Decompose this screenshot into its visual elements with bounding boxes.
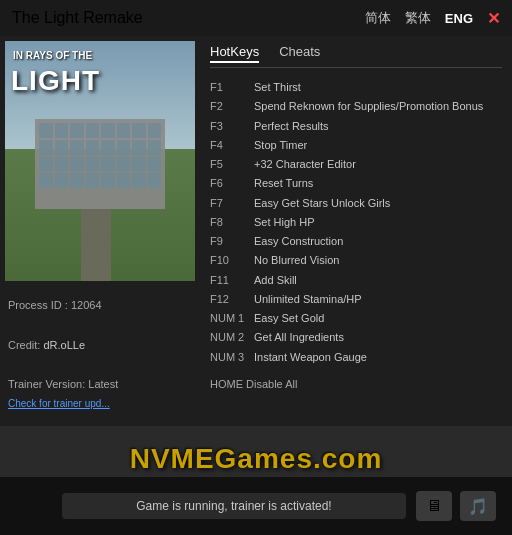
hotkey-key: F7	[210, 194, 250, 213]
game-image: IN RAYS OF THE LIGHT	[5, 41, 195, 281]
title-bar: The Light Remake 简体 繁体 ENG ✕	[0, 0, 512, 36]
lang-simplified[interactable]: 简体	[365, 9, 391, 27]
hotkey-desc: Unlimited Stamina/HP	[254, 290, 362, 309]
hotkey-desc: Stop Timer	[254, 136, 307, 155]
hotkey-key: F3	[210, 117, 250, 136]
watermark-text: NVMEGames.com	[130, 443, 383, 474]
lang-english[interactable]: ENG	[445, 11, 473, 26]
hotkey-row: F12Unlimited Stamina/HP	[210, 290, 502, 309]
credit-label: Credit:	[8, 339, 40, 351]
tab-hotkeys[interactable]: HotKeys	[210, 44, 259, 63]
left-panel: IN RAYS OF THE LIGHT Process ID : 12064 …	[0, 36, 200, 426]
watermark: NVMEGames.com	[130, 443, 383, 475]
hotkey-row: F4Stop Timer	[210, 136, 502, 155]
hotkey-key: F5	[210, 155, 250, 174]
main-content: IN RAYS OF THE LIGHT Process ID : 12064 …	[0, 36, 512, 426]
monitor-icon: 🖥	[426, 497, 442, 515]
hotkey-desc: Add Skill	[254, 271, 297, 290]
hotkey-row: F5+32 Character Editor	[210, 155, 502, 174]
lang-traditional[interactable]: 繁体	[405, 9, 431, 27]
hotkeys-list: F1Set ThirstF2Spend Reknown for Supplies…	[210, 78, 502, 394]
hotkey-row: F10No Blurred Vision	[210, 251, 502, 270]
close-button[interactable]: ✕	[487, 9, 500, 28]
music-icon: 🎵	[468, 497, 488, 516]
hotkey-row: NUM 2Get All Ingredients	[210, 328, 502, 347]
hotkey-row: F2Spend Reknown for Supplies/Promotion B…	[210, 97, 502, 116]
hotkey-key: NUM 3	[210, 348, 250, 367]
window-title: The Light Remake	[12, 9, 143, 27]
hotkey-desc: Easy Get Stars Unlock Girls	[254, 194, 390, 213]
hotkey-desc: Spend Reknown for Supplies/Promotion Bon…	[254, 97, 483, 116]
bottom-bar: Game is running, trainer is activated! 🖥…	[0, 477, 512, 535]
hotkey-desc: Perfect Results	[254, 117, 329, 136]
title-bar-controls: 简体 繁体 ENG ✕	[365, 9, 500, 28]
game-title-line2: LIGHT	[11, 65, 100, 97]
game-title-line1: IN RAYS OF THE	[13, 49, 92, 62]
trainer-version: Trainer Version: Latest	[8, 375, 192, 395]
hotkey-key: F2	[210, 97, 250, 116]
info-panel: Process ID : 12064 Credit: dR.oLLe Train…	[0, 286, 200, 423]
hotkey-key: F6	[210, 174, 250, 193]
hotkey-row: F7Easy Get Stars Unlock Girls	[210, 194, 502, 213]
hotkey-desc: No Blurred Vision	[254, 251, 339, 270]
hotkey-key: F10	[210, 251, 250, 270]
hotkey-row: F3Perfect Results	[210, 117, 502, 136]
hotkey-key: F4	[210, 136, 250, 155]
credit-line: Credit: dR.oLLe	[8, 336, 192, 356]
hotkey-key: F11	[210, 271, 250, 290]
hotkey-desc: Easy Construction	[254, 232, 343, 251]
tabs: HotKeys Cheats	[210, 44, 502, 68]
hotkey-key: F9	[210, 232, 250, 251]
tab-cheats[interactable]: Cheats	[279, 44, 320, 63]
hotkey-key: F1	[210, 78, 250, 97]
hotkey-key: NUM 2	[210, 328, 250, 347]
hotkey-row: F6Reset Turns	[210, 174, 502, 193]
bottom-icons: 🖥 🎵	[416, 491, 496, 521]
hotkey-key: F8	[210, 213, 250, 232]
hotkey-desc: Get All Ingredients	[254, 328, 344, 347]
home-action-row: HOME Disable All	[210, 375, 502, 394]
hotkey-row: F9Easy Construction	[210, 232, 502, 251]
trainer-update-link[interactable]: Check for trainer upd...	[8, 395, 192, 413]
hotkey-desc: Reset Turns	[254, 174, 313, 193]
status-text: Game is running, trainer is activated!	[62, 493, 406, 519]
hotkey-desc: +32 Character Editor	[254, 155, 356, 174]
monitor-button[interactable]: 🖥	[416, 491, 452, 521]
hotkey-desc: Easy Set Gold	[254, 309, 324, 328]
hotkey-row: NUM 3Instant Weapon Gauge	[210, 348, 502, 367]
hotkey-row: F1Set Thirst	[210, 78, 502, 97]
process-id: Process ID : 12064	[8, 296, 192, 316]
right-panel: HotKeys Cheats F1Set ThirstF2Spend Rekno…	[200, 36, 512, 426]
hotkey-desc: Set High HP	[254, 213, 315, 232]
hotkey-key: NUM 1	[210, 309, 250, 328]
music-button[interactable]: 🎵	[460, 491, 496, 521]
hotkey-row: NUM 1Easy Set Gold	[210, 309, 502, 328]
home-action: HOME Disable All	[210, 375, 297, 394]
hotkey-row: F11Add Skill	[210, 271, 502, 290]
hotkey-row: F8Set High HP	[210, 213, 502, 232]
hotkey-key: F12	[210, 290, 250, 309]
hotkey-desc: Set Thirst	[254, 78, 301, 97]
credit-value: dR.oLLe	[43, 339, 85, 351]
hotkey-desc: Instant Weapon Gauge	[254, 348, 367, 367]
